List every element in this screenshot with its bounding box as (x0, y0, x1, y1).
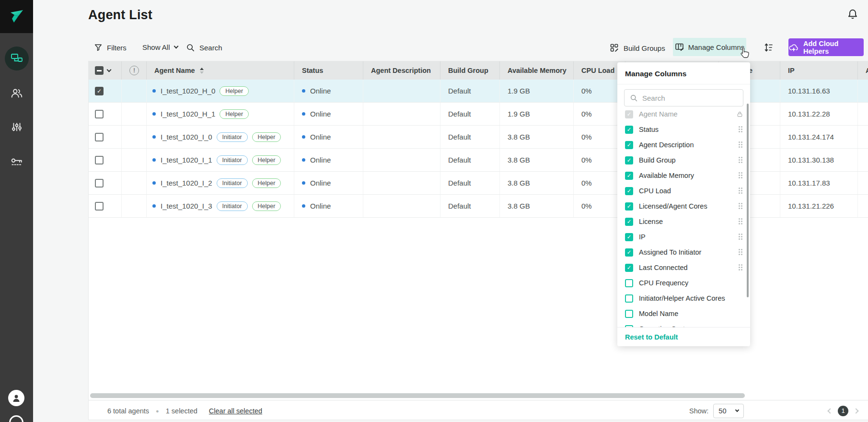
search-button[interactable]: Search (186, 43, 222, 52)
select-menu-chevron-icon[interactable] (107, 67, 112, 72)
column-toggle-item[interactable]: Initiator/Helper Active Cores (617, 291, 750, 306)
sidebar-item-agents[interactable] (0, 45, 33, 72)
column-checkbox[interactable] (625, 310, 633, 318)
col-header-status[interactable]: Status (294, 61, 363, 80)
row-checkbox[interactable] (95, 110, 104, 118)
reset-to-default-link[interactable]: Reset to Default (617, 327, 750, 346)
agent-status-dot (152, 112, 156, 116)
drag-handle-icon[interactable] (739, 172, 743, 179)
column-toggle-item[interactable]: ✓Last Connected (617, 260, 750, 275)
column-checkbox[interactable]: ✓ (625, 233, 633, 241)
sidebar-item-users[interactable] (0, 80, 33, 106)
column-toggle-item[interactable]: ✓Build Group (617, 152, 750, 168)
table-row[interactable]: I_test_1020_I_1InitiatorHelperOnlineDefa… (89, 149, 868, 172)
manage-columns-panel: Manage Columns Search ✓Agent Name✓Status… (617, 62, 750, 346)
build-groups-button[interactable]: Build Groups (610, 43, 665, 53)
col-header-select[interactable] (89, 61, 122, 80)
page-size-select[interactable]: 50 (713, 404, 744, 418)
drag-handle-icon[interactable] (739, 264, 743, 271)
sort-carets-icon[interactable] (200, 68, 204, 74)
column-checkbox[interactable]: ✓ (625, 172, 633, 180)
col-header-assigned[interactable]: Assigned To Initiator (858, 61, 868, 80)
sidebar-item-settings[interactable] (0, 115, 33, 141)
drag-handle-icon[interactable] (739, 249, 743, 256)
col-header-description[interactable]: Agent Description (363, 61, 440, 80)
column-label: Last Connected (639, 264, 733, 271)
help-icon-partial[interactable] (9, 415, 23, 422)
row-checkbox[interactable] (95, 156, 104, 164)
column-checkbox[interactable]: ✓ (625, 156, 633, 164)
filters-button[interactable]: Filters (94, 43, 127, 52)
row-checkbox[interactable] (95, 133, 104, 141)
column-checkbox[interactable]: ✓ (625, 141, 633, 149)
column-checkbox[interactable] (625, 279, 633, 287)
clear-all-selected-link[interactable]: Clear all selected (209, 407, 262, 415)
column-toggle-item[interactable]: ✓CPU Load (617, 183, 750, 199)
column-toggle-item[interactable]: ✓Licensed/Agent Cores (617, 199, 750, 214)
column-label: Build Group (639, 156, 733, 164)
cell-build_group: Default (448, 156, 471, 164)
column-label: License (639, 218, 733, 225)
select-all-checkbox[interactable] (95, 66, 104, 75)
table-row[interactable]: ✓I_test_1020_H_0HelperOnlineDefault1.9 G… (89, 80, 868, 103)
col-header-name[interactable]: Agent Name (147, 61, 294, 80)
table-row[interactable]: I_test_1020_I_3InitiatorHelperOnlineDefa… (89, 195, 868, 218)
horizontal-scrollbar[interactable] (90, 393, 745, 398)
column-toggle-item[interactable]: ✓Status (617, 122, 750, 137)
sort-order-icon (763, 42, 775, 53)
table-row[interactable]: I_test_1020_I_2InitiatorHelperOnlineDefa… (89, 172, 868, 195)
column-toggle-item[interactable]: CPU Frequency (617, 275, 750, 291)
column-toggle-item[interactable]: ✓IP (617, 229, 750, 245)
column-checkbox[interactable]: ✓ (625, 202, 633, 211)
online-status-dot (302, 112, 305, 116)
selected-count-label: 1 selected (166, 407, 197, 415)
row-checkbox[interactable] (95, 179, 104, 188)
column-toggle-item[interactable]: ✓Available Memory (617, 168, 750, 183)
column-toggle-item[interactable]: ✓License (617, 214, 750, 229)
notifications-button[interactable] (846, 8, 859, 21)
manage-columns-button[interactable]: Manage Columns (673, 38, 746, 56)
column-toggle-item[interactable]: ✓Agent Description (617, 137, 750, 152)
column-checkbox[interactable] (625, 294, 633, 303)
col-header-build_group[interactable]: Build Group (440, 61, 500, 80)
next-page-button[interactable] (853, 408, 858, 413)
drag-handle-icon[interactable] (739, 141, 743, 148)
column-checkbox[interactable]: ✓ (625, 187, 633, 195)
drag-handle-icon[interactable] (739, 126, 743, 133)
column-label: Licensed/Agent Cores (639, 202, 733, 210)
cell-cpu: 0% (581, 202, 592, 210)
panel-scrollbar[interactable] (747, 104, 749, 297)
column-checkbox[interactable]: ✓ (625, 264, 633, 272)
table-row[interactable]: I_test_1020_I_0InitiatorHelperOnlineDefa… (89, 126, 868, 149)
show-all-dropdown[interactable]: Show All (142, 43, 178, 51)
user-avatar[interactable] (8, 390, 24, 406)
column-toggle-item[interactable]: ✓Assigned To Initiator (617, 245, 750, 260)
current-page-badge[interactable]: 1 (838, 406, 848, 416)
column-checkbox[interactable]: ✓ (625, 248, 633, 257)
col-header-ip[interactable]: IP (780, 61, 858, 80)
column-toggle-item[interactable]: Operating System (617, 321, 750, 327)
row-checkbox[interactable]: ✓ (95, 87, 104, 95)
column-checkbox[interactable]: ✓ (625, 218, 633, 226)
drag-handle-icon[interactable] (739, 203, 743, 210)
col-header-memory[interactable]: Available Memory (500, 61, 574, 80)
add-cloud-helpers-button[interactable]: Add Cloud Helpers (788, 38, 864, 56)
cell-memory: 3.8 GB (508, 179, 530, 187)
previous-page-button[interactable] (827, 408, 833, 413)
drag-handle-icon[interactable] (739, 234, 743, 240)
drag-handle-icon[interactable] (739, 218, 743, 225)
column-checkbox[interactable]: ✓ (625, 126, 633, 134)
sort-order-button[interactable] (763, 42, 775, 53)
column-toggle-item[interactable]: Model Name (617, 306, 750, 321)
funnel-icon (94, 43, 103, 52)
sidebar-item-license[interactable] (0, 149, 33, 176)
column-label: Status (639, 126, 733, 133)
drag-handle-icon[interactable] (739, 157, 743, 164)
row-checkbox[interactable] (95, 202, 104, 211)
agent-status-dot (152, 181, 156, 185)
initiator-badge: Initiator (217, 201, 248, 211)
column-search-input[interactable]: Search (624, 89, 743, 106)
table-row[interactable]: I_test_1020_H_1HelperOnlineDefault1.9 GB… (89, 103, 868, 126)
status-text: Online (310, 133, 331, 141)
drag-handle-icon[interactable] (739, 188, 743, 194)
